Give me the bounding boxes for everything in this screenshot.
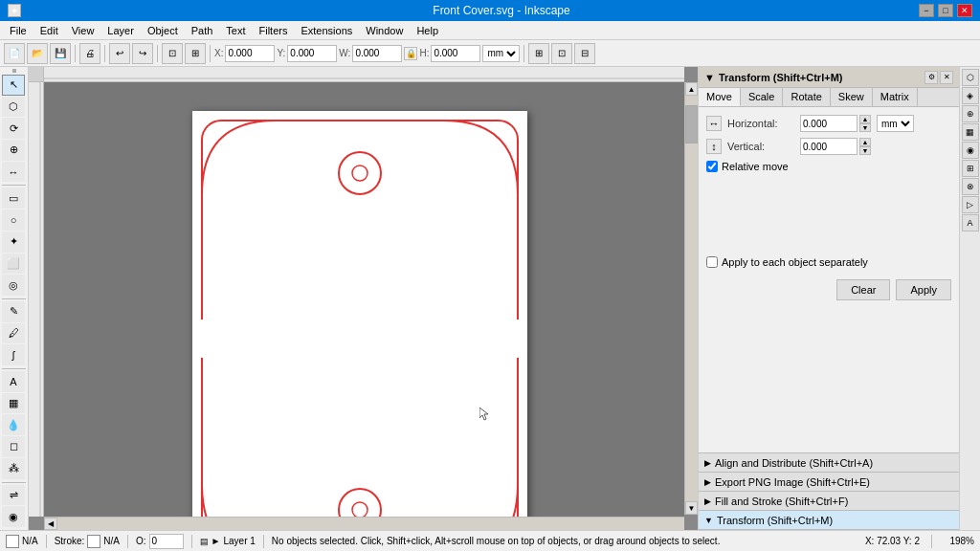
spray-tool-button[interactable]: ⁂ <box>2 458 25 479</box>
gradient-tool-button[interactable]: ▦ <box>2 393 25 414</box>
tab-move[interactable]: Move <box>699 88 741 106</box>
snap-btn2[interactable]: ⊡ <box>551 43 572 64</box>
transform-panel-row[interactable]: ▼ Transform (Shift+Ctrl+M) <box>699 511 959 530</box>
rect-tool-button[interactable]: ▭ <box>2 187 25 209</box>
menu-item-path[interactable]: Path <box>186 23 219 38</box>
horizontal-increment-button[interactable]: ▲ <box>859 115 871 123</box>
panel-icon-3[interactable]: ⊕ <box>962 105 979 122</box>
align-distribute-panel-row[interactable]: ▶ Align and Distribute (Shift+Ctrl+A) <box>699 453 959 473</box>
open-button[interactable]: 📂 <box>27 43 48 64</box>
fill-stroke-panel-row[interactable]: ▶ Fill and Stroke (Shift+Ctrl+F) <box>699 492 959 511</box>
horizontal-input[interactable] <box>800 115 858 132</box>
transform-panel-label: Transform (Shift+Ctrl+M) <box>717 515 833 526</box>
scroll-track-v[interactable] <box>685 105 698 143</box>
zoom-in-button[interactable]: ⊞ <box>185 43 206 64</box>
panel-icon-2[interactable]: ◈ <box>962 87 979 104</box>
connector-tool-button[interactable]: ⇌ <box>2 485 25 506</box>
menu-item-layer[interactable]: Layer <box>101 23 140 38</box>
save-button[interactable]: 💾 <box>50 43 71 64</box>
eraser-tool-button[interactable]: ◻ <box>2 436 25 457</box>
ellipse-tool-button[interactable]: ○ <box>2 209 25 231</box>
vertical-input[interactable] <box>800 138 858 155</box>
select-tool-button[interactable]: ↖ <box>2 75 25 96</box>
menu-item-object[interactable]: Object <box>142 23 184 38</box>
panel-icon-7[interactable]: ⊗ <box>962 178 979 195</box>
panel-settings-button[interactable]: ⚙ <box>924 71 938 84</box>
horizontal-decrement-button[interactable]: ▼ <box>859 123 871 132</box>
panel-icon-9[interactable]: A <box>962 214 979 231</box>
canvas-workspace[interactable] <box>44 82 684 517</box>
y-coord-input[interactable] <box>287 45 337 62</box>
panel-close-button[interactable]: ✕ <box>940 71 953 84</box>
ruler-corner <box>29 67 44 82</box>
minimize-button[interactable]: − <box>919 4 934 17</box>
unit-select[interactable]: mm px in pt <box>482 45 520 62</box>
panel-icon-8[interactable]: ▷ <box>962 196 979 213</box>
star-tool-button[interactable]: ✦ <box>2 231 25 253</box>
transform-unit-select[interactable]: mm px in <box>877 115 914 132</box>
h-coord-input[interactable] <box>431 45 480 62</box>
pen-tool-button[interactable]: 🖊 <box>2 323 25 344</box>
fill-color-swatch <box>6 535 19 548</box>
redo-button[interactable]: ↪ <box>132 43 153 64</box>
status-separator <box>931 535 932 548</box>
w-coord-input[interactable] <box>352 45 402 62</box>
menu-item-file[interactable]: File <box>4 23 33 38</box>
scroll-up-button[interactable]: ▲ <box>685 82 698 96</box>
menu-item-window[interactable]: Window <box>360 23 409 38</box>
new-button[interactable]: 📄 <box>4 43 25 64</box>
scroll-left-button[interactable]: ◀ <box>44 518 57 530</box>
snap-btn3[interactable]: ⊟ <box>574 43 595 64</box>
menu-item-text[interactable]: Text <box>220 23 251 38</box>
scroll-down-button[interactable]: ▼ <box>685 501 698 515</box>
panel-icon-5[interactable]: ◉ <box>962 142 979 159</box>
ruler-vertical <box>29 82 44 517</box>
opacity-input[interactable] <box>149 534 184 549</box>
horizontal-icon: ↔ <box>706 116 722 131</box>
maximize-button[interactable]: □ <box>938 4 953 17</box>
spiral-tool-button[interactable]: ◎ <box>2 275 25 296</box>
lock-aspect-button[interactable]: 🔒 <box>404 47 417 60</box>
menu-item-extensions[interactable]: Extensions <box>295 23 358 38</box>
tab-rotate[interactable]: Rotate <box>783 88 830 106</box>
panel-icon-4[interactable]: ▦ <box>962 123 979 141</box>
apply-each-checkbox[interactable] <box>706 256 718 268</box>
menu-item-view[interactable]: View <box>66 23 100 38</box>
tab-matrix[interactable]: Matrix <box>873 88 918 106</box>
3dbox-tool-button[interactable]: ⬜ <box>2 253 25 275</box>
apply-button[interactable]: Apply <box>896 279 951 300</box>
calligraphy-tool-button[interactable]: ∫ <box>2 344 25 365</box>
undo-button[interactable]: ↩ <box>109 43 130 64</box>
panel-collapse-icon[interactable]: ▼ <box>704 72 715 83</box>
path-effects-button[interactable]: ⬡ <box>962 69 979 86</box>
clear-button[interactable]: Clear <box>836 279 890 300</box>
measure-tool-button[interactable]: ↔ <box>2 162 25 183</box>
tab-scale[interactable]: Scale <box>741 88 784 106</box>
scroll-thumb-v[interactable] <box>685 105 698 143</box>
tweak-tool-button[interactable]: ⟳ <box>2 118 25 139</box>
export-png-panel-row[interactable]: ▶ Export PNG Image (Shift+Ctrl+E) <box>699 473 959 492</box>
panel-icon-6[interactable]: ⊞ <box>962 160 979 177</box>
zoom-fit-button[interactable]: ⊡ <box>162 43 183 64</box>
horizontal-scrollbar[interactable]: ◀ ▶ <box>44 517 684 530</box>
tab-skew[interactable]: Skew <box>831 88 873 106</box>
vertical-scrollbar[interactable]: ▲ ▼ <box>684 82 698 515</box>
snap-btn1[interactable]: ⊞ <box>528 43 549 64</box>
canvas-area[interactable]: ▲ ▼ ◀ ▶ <box>29 67 698 530</box>
print-button[interactable]: 🖨 <box>79 43 100 64</box>
zoom-tool-button[interactable]: ⊕ <box>2 140 25 161</box>
close-button[interactable]: ✕ <box>957 4 972 17</box>
menu-item-help[interactable]: Help <box>411 23 444 38</box>
vertical-decrement-button[interactable]: ▼ <box>859 146 871 155</box>
h-coord-label: H: <box>419 48 429 58</box>
x-coord-input[interactable] <box>225 45 275 62</box>
vertical-increment-button[interactable]: ▲ <box>859 138 871 146</box>
menu-item-edit[interactable]: Edit <box>34 23 64 38</box>
relative-move-checkbox[interactable] <box>706 161 718 172</box>
menu-item-filters[interactable]: Filters <box>254 23 294 38</box>
pencil-tool-button[interactable]: ✎ <box>2 301 25 322</box>
dropper-tool-button[interactable]: 💧 <box>2 414 25 435</box>
text-tool-button[interactable]: A <box>2 371 25 392</box>
dropper2-button[interactable]: ◉ <box>2 506 25 527</box>
node-tool-button[interactable]: ⬡ <box>2 97 25 118</box>
